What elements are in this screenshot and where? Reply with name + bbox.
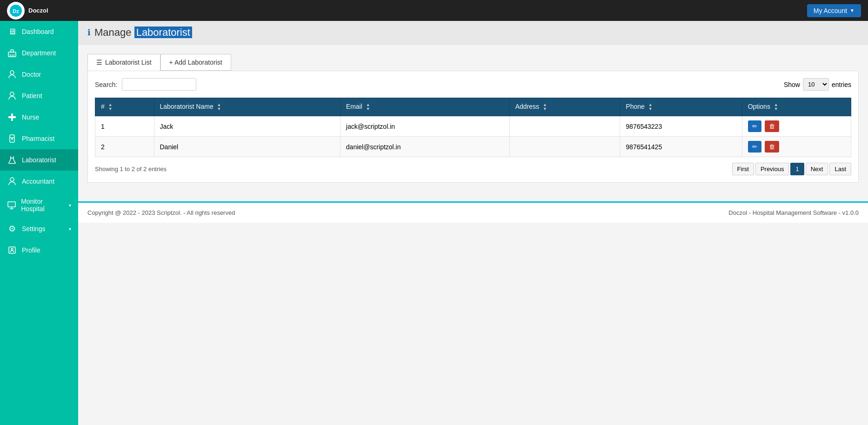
footer-version: Doczol - Hospital Management Software - … — [728, 209, 859, 216]
department-icon — [7, 48, 17, 58]
tab-add-laboratorist[interactable]: + Add Laboratorist — [160, 54, 231, 71]
delete-button[interactable]: 🗑 — [765, 141, 779, 153]
logo: Dz Doczol — [7, 2, 48, 20]
sidebar-item-label: Nurse — [22, 113, 39, 121]
page-title-highlight: Laboratorist — [134, 27, 192, 38]
sidebar-item-label: Dashboard — [22, 28, 54, 35]
first-page-button[interactable]: First — [732, 163, 754, 175]
cell-num: 2 — [95, 137, 154, 157]
cell-email: daniel@scriptzol.in — [340, 137, 509, 157]
my-account-label: My Account — [814, 7, 847, 14]
table-row: 2 Daniel daniel@scriptzol.in 9876541425 … — [95, 137, 851, 157]
svg-rect-3 — [11, 50, 13, 52]
cell-name: Jack — [154, 116, 340, 137]
svg-point-8 — [10, 92, 14, 96]
page-1-button[interactable]: 1 — [790, 163, 804, 175]
sidebar-item-label: Laboratorist — [22, 156, 56, 164]
sidebar-item-profile[interactable]: Profile — [0, 239, 78, 261]
sidebar-item-nurse[interactable]: Nurse — [0, 106, 78, 128]
dropdown-caret-icon: ▼ — [850, 8, 855, 13]
next-page-button[interactable]: Next — [806, 163, 828, 175]
settings-caret-icon: ▾ — [69, 226, 71, 232]
tab-label: Laboratorist List — [105, 59, 152, 66]
svg-point-16 — [10, 178, 14, 181]
sidebar-item-doctor[interactable]: Doctor — [0, 64, 78, 85]
edit-button[interactable]: ✏ — [748, 120, 761, 132]
col-header-num[interactable]: # ▲▼ — [95, 98, 154, 116]
patient-icon — [7, 91, 17, 101]
cell-num: 1 — [95, 116, 154, 137]
logo-icon: Dz — [7, 2, 25, 20]
logo-text: Doczol — [28, 7, 48, 14]
sidebar-item-laboratorist[interactable]: Laboratorist — [0, 149, 78, 171]
cell-address — [509, 116, 620, 137]
sidebar-item-pharmacist[interactable]: Pharmacist — [0, 128, 78, 149]
search-label: Search: — [95, 81, 117, 88]
entries-label: entries — [832, 81, 851, 88]
svg-point-7 — [10, 71, 14, 74]
pagination: First Previous 1 Next Last — [732, 163, 851, 175]
main-content: ℹ Manage Laboratorist ☰ Laboratorist Lis… — [78, 21, 868, 425]
my-account-button[interactable]: My Account ▼ — [807, 4, 861, 17]
sidebar-item-label: Patient — [22, 92, 42, 100]
sidebar-item-settings[interactable]: ⚙ Settings ▾ — [0, 218, 78, 239]
search-input[interactable] — [122, 78, 196, 91]
cell-phone: 9876541425 — [620, 137, 742, 157]
col-header-name[interactable]: Laboratorist Name ▲▼ — [154, 98, 340, 116]
col-header-email[interactable]: Email ▲▼ — [340, 98, 509, 116]
list-icon: ☰ — [96, 59, 102, 66]
dashboard-icon: 🖥 — [7, 27, 17, 37]
sidebar-item-label: Doctor — [22, 71, 41, 78]
tabs: ☰ Laboratorist List + Add Laboratorist — [87, 54, 859, 71]
col-header-phone[interactable]: Phone ▲▼ — [620, 98, 742, 116]
data-table: # ▲▼ Laboratorist Name ▲▼ Email ▲▼ Addre… — [95, 98, 851, 157]
sidebar-item-monitor-hospital[interactable]: Monitor Hospital ▾ — [0, 192, 78, 218]
sidebar: 🖥 Dashboard Department Doctor — [0, 21, 78, 425]
sidebar-item-dashboard[interactable]: 🖥 Dashboard — [0, 21, 78, 42]
svg-rect-17 — [8, 202, 15, 207]
cell-phone: 9876543223 — [620, 116, 742, 137]
laboratorist-icon — [7, 155, 17, 165]
cell-options: ✏ 🗑 — [742, 116, 851, 137]
pagination-area: Showing 1 to 2 of 2 entries First Previo… — [95, 163, 851, 175]
last-page-button[interactable]: Last — [829, 163, 851, 175]
sidebar-item-label: Profile — [22, 246, 40, 254]
footer-copyright: Copyright @ 2022 - 2023 Scriptzol. - All… — [87, 209, 235, 216]
col-header-address[interactable]: Address ▲▼ — [509, 98, 620, 116]
show-label: Show — [784, 81, 800, 88]
sidebar-item-label: Department — [22, 49, 56, 57]
content-area: ☰ Laboratorist List + Add Laboratorist S… — [78, 45, 868, 192]
search-bar: Search: Show 10 25 50 100 entries — [95, 78, 851, 91]
tab-label: + Add Laboratorist — [169, 59, 222, 66]
delete-button[interactable]: 🗑 — [765, 120, 779, 132]
info-icon: ℹ — [87, 27, 91, 38]
pharmacist-icon — [7, 133, 17, 144]
table-card: Search: Show 10 25 50 100 entries — [87, 71, 859, 183]
sidebar-item-label: Pharmacist — [22, 135, 54, 142]
show-entries: Show 10 25 50 100 entries — [784, 78, 851, 91]
cell-email: jack@scriptzol.in — [340, 116, 509, 137]
entries-select[interactable]: 10 25 50 100 — [803, 78, 829, 91]
sidebar-item-accountant[interactable]: Accountant — [0, 171, 78, 192]
svg-point-21 — [11, 248, 13, 250]
svg-rect-10 — [8, 116, 16, 118]
page-header: ℹ Manage Laboratorist — [78, 21, 868, 45]
tab-laboratorist-list[interactable]: ☰ Laboratorist List — [87, 54, 160, 71]
cell-address — [509, 137, 620, 157]
footer: Copyright @ 2022 - 2023 Scriptzol. - All… — [78, 201, 868, 223]
monitor-hospital-icon — [7, 200, 16, 210]
cell-name: Daniel — [154, 137, 340, 157]
sidebar-item-label: Accountant — [22, 178, 54, 185]
sidebar-item-patient[interactable]: Patient — [0, 85, 78, 106]
accountant-icon — [7, 176, 17, 186]
col-header-options: Options ▲▼ — [742, 98, 851, 116]
previous-page-button[interactable]: Previous — [755, 163, 789, 175]
cell-options: ✏ 🗑 — [742, 137, 851, 157]
page-title: Manage Laboratorist — [94, 27, 192, 39]
edit-button[interactable]: ✏ — [748, 141, 761, 153]
nurse-icon — [7, 112, 17, 122]
monitor-hospital-caret-icon: ▾ — [69, 203, 71, 208]
sidebar-item-department[interactable]: Department — [0, 42, 78, 64]
svg-text:Dz: Dz — [13, 8, 19, 14]
table-row: 1 Jack jack@scriptzol.in 9876543223 ✏ 🗑 — [95, 116, 851, 137]
